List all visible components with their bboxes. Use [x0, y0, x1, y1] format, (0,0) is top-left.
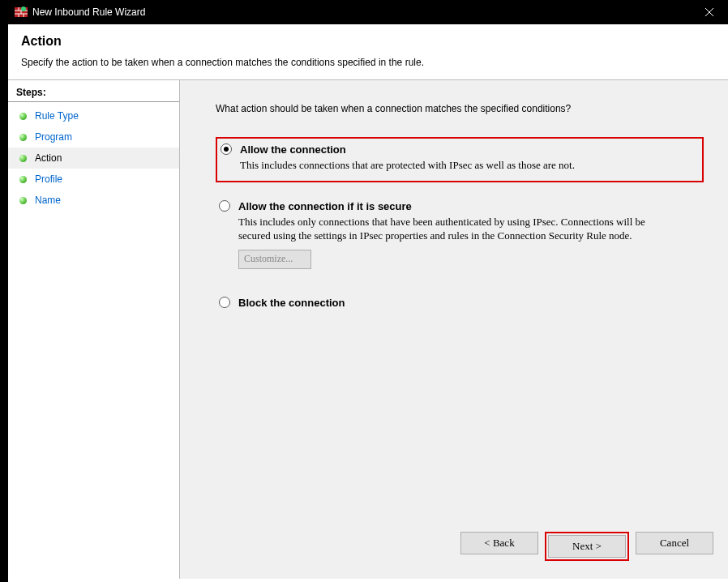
firewall-icon	[15, 6, 28, 19]
titlebar[interactable]: New Inbound Rule Wizard	[8, 0, 728, 24]
option-title: Block the connection	[238, 297, 696, 309]
wizard-window: New Inbound Rule Wizard Action Specify t…	[8, 0, 728, 582]
step-bullet-icon	[19, 197, 27, 204]
step-label: Name	[35, 195, 61, 206]
steps-sidebar: Steps: Rule Type Program Action Profile	[8, 80, 180, 579]
cancel-button[interactable]: Cancel	[636, 532, 713, 554]
option-allow-connection[interactable]: Allow the connection This includes conne…	[216, 137, 704, 182]
step-label: Rule Type	[35, 110, 79, 122]
content-prompt: What action should be taken when a conne…	[216, 103, 704, 114]
window-left-edge	[0, 24, 8, 582]
step-name[interactable]: Name	[8, 190, 179, 211]
step-bullet-icon	[19, 113, 27, 120]
close-button[interactable]	[691, 0, 728, 24]
option-title: Allow the connection	[240, 143, 696, 156]
wizard-body: Steps: Rule Type Program Action Profile	[8, 80, 728, 579]
radio-allow-secure[interactable]	[219, 200, 230, 212]
next-button[interactable]: Next >	[548, 535, 626, 558]
page-title: Action	[21, 34, 715, 49]
option-title: Allow the connection if it is secure	[238, 200, 696, 212]
step-label: Action	[35, 152, 62, 164]
step-program[interactable]: Program	[8, 126, 179, 148]
option-description: This includes connections that are prote…	[240, 159, 678, 173]
page-subtitle: Specify the action to be taken when a co…	[21, 57, 715, 68]
radio-allow[interactable]	[221, 143, 232, 155]
steps-header: Steps:	[8, 85, 179, 102]
svg-point-8	[21, 6, 26, 11]
step-profile[interactable]: Profile	[8, 169, 179, 190]
wizard-content: What action should be taken when a conne…	[180, 80, 728, 579]
close-icon	[705, 8, 713, 16]
step-bullet-icon	[19, 134, 27, 141]
step-label: Program	[35, 131, 72, 143]
next-button-highlight: Next >	[545, 532, 629, 561]
step-bullet-icon	[19, 176, 27, 183]
option-description: This includes only connections that have…	[238, 216, 676, 243]
back-button-wrap: < Back	[460, 532, 538, 561]
window-title: New Inbound Rule Wizard	[32, 6, 145, 18]
option-block-connection[interactable]: Block the connection	[216, 292, 704, 320]
steps-list: Rule Type Program Action Profile Name	[8, 105, 179, 211]
radio-block[interactable]	[219, 297, 230, 308]
option-allow-if-secure[interactable]: Allow the connection if it is secure Thi…	[216, 195, 704, 277]
step-rule-type[interactable]: Rule Type	[8, 105, 179, 126]
wizard-footer: < Back Next > Cancel	[460, 532, 713, 561]
wizard-banner: Action Specify the action to be taken wh…	[8, 24, 728, 80]
cancel-button-wrap: Cancel	[636, 532, 713, 561]
step-action[interactable]: Action	[8, 148, 179, 169]
step-bullet-icon	[19, 155, 27, 162]
back-button[interactable]: < Back	[460, 532, 538, 554]
customize-button: Customize...	[238, 250, 311, 269]
step-label: Profile	[35, 173, 62, 185]
action-options: Allow the connection This includes conne…	[216, 137, 704, 320]
